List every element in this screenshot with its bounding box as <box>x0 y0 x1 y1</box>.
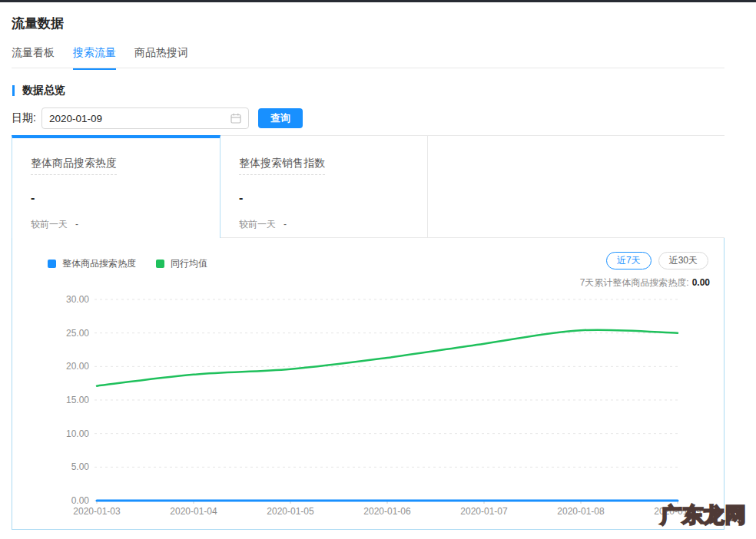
metric-card-row: 整体商品搜索热度 - 较前一天- 整体搜索销售指数 - 较前一天- <box>12 135 724 238</box>
range-30d-button[interactable]: 近30天 <box>658 252 708 270</box>
section-accent-bar <box>12 85 15 96</box>
legend-swatch-icon <box>156 260 164 268</box>
watermark: 广东龙网 <box>661 501 747 529</box>
tab-hot-search-words[interactable]: 商品热搜词 <box>134 46 188 70</box>
compare-label: 较前一天 <box>239 219 276 230</box>
y-axis-label: 5.00 <box>71 461 90 472</box>
date-value: 2020-01-09 <box>49 113 102 124</box>
chart-legend: 整体商品搜索热度同行均值 <box>48 257 207 270</box>
y-axis-label: 30.00 <box>66 294 89 305</box>
series-line <box>97 330 678 386</box>
legend-item[interactable]: 同行均值 <box>156 257 207 270</box>
compare-value: - <box>75 219 78 230</box>
tabs-divider <box>12 68 724 68</box>
compare-value: - <box>284 219 287 230</box>
tab-traffic-board[interactable]: 流量看板 <box>12 46 55 70</box>
metric-card-row-filler <box>428 135 724 238</box>
metric-card-compare: 较前一天- <box>239 218 427 231</box>
chart-summary: 7天累计整体商品搜索热度:0.00 <box>580 276 710 289</box>
metric-card-title: 整体商品搜索热度 <box>31 157 117 175</box>
date-label: 日期: <box>12 111 36 125</box>
range-7d-button[interactable]: 近7天 <box>606 252 652 270</box>
tab-search-traffic[interactable]: 搜索流量 <box>73 46 116 70</box>
query-row: 日期: 2020-01-09 查询 <box>12 107 303 129</box>
compare-label: 较前一天 <box>31 219 68 230</box>
y-axis-label: 10.00 <box>66 428 89 439</box>
metric-card-sales-index[interactable]: 整体搜索销售指数 - 较前一天- <box>220 135 428 238</box>
x-axis-label: 2020-01-04 <box>170 506 217 517</box>
metric-card-title: 整体搜索销售指数 <box>239 157 325 175</box>
overview-panel: 整体商品搜索热度 - 较前一天- 整体搜索销售指数 - 较前一天- 整体商品搜索… <box>12 135 724 530</box>
x-axis-label: 2020-01-07 <box>460 506 508 517</box>
calendar-icon <box>230 113 241 124</box>
x-axis-label: 2020-01-06 <box>363 506 411 517</box>
legend-label: 整体商品搜索热度 <box>62 257 136 270</box>
x-axis-label: 2020-01-05 <box>267 506 314 517</box>
page-title: 流量数据 <box>12 15 64 32</box>
chart-panel: 整体商品搜索热度同行均值 近7天 近30天 7天累计整体商品搜索热度:0.00 … <box>12 238 724 530</box>
range-buttons: 近7天 近30天 <box>606 252 708 270</box>
window-top-edge <box>0 0 756 2</box>
metric-card-value: - <box>31 191 220 205</box>
date-input[interactable]: 2020-01-09 <box>41 107 249 129</box>
x-axis-label: 2020-01-03 <box>73 506 121 517</box>
y-axis-label: 20.00 <box>66 361 89 372</box>
section-header: 数据总览 <box>12 84 65 98</box>
y-axis-label: 0.00 <box>71 495 90 506</box>
legend-item[interactable]: 整体商品搜索热度 <box>48 257 136 270</box>
legend-swatch-icon <box>48 260 56 268</box>
summary-value: 0.00 <box>692 277 710 288</box>
x-axis-label: 2020-01-08 <box>557 506 605 517</box>
section-title: 数据总览 <box>22 84 65 98</box>
metric-card-search-heat[interactable]: 整体商品搜索热度 - 较前一天- <box>12 135 220 238</box>
metric-card-compare: 较前一天- <box>31 218 220 231</box>
y-axis-label: 15.00 <box>66 395 89 405</box>
query-button[interactable]: 查询 <box>258 108 303 128</box>
legend-label: 同行均值 <box>171 257 207 270</box>
metric-card-value: - <box>239 191 427 205</box>
y-axis-label: 25.00 <box>66 328 89 339</box>
main-tabs: 流量看板 搜索流量 商品热搜词 <box>12 46 188 70</box>
line-chart: 0.005.0010.0015.0020.0025.0030.002020-01… <box>12 290 724 524</box>
summary-label: 7天累计整体商品搜索热度: <box>580 277 689 288</box>
